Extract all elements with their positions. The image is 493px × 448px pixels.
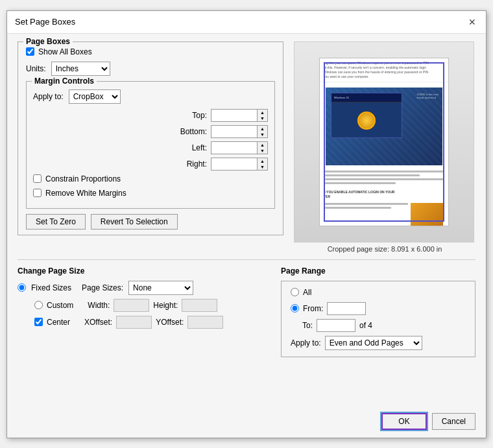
bottom-spin-up[interactable]: ▲ — [258, 126, 267, 132]
page-image-area: Windows 11 123456 is the mostsimple pass… — [326, 88, 442, 165]
bottom-spinner: 4.637 in ▲ ▼ — [211, 125, 268, 138]
page-bottom-image — [411, 203, 443, 226]
set-to-zero-button[interactable]: Set To Zero — [26, 214, 86, 230]
show-all-boxes-text: Show All Boxes — [38, 47, 92, 56]
height-input[interactable]: 0 in — [182, 299, 217, 312]
yoffset-input[interactable]: 0 in — [187, 316, 223, 329]
set-page-boxes-dialog: Set Page Boxes ✕ Page Boxes Show All Box… — [6, 10, 487, 438]
from-input[interactable]: 2 — [327, 302, 366, 315]
title-bar: Set Page Boxes ✕ — [7, 11, 486, 34]
right-field-row: Right: 0.227 in ▲ ▼ — [33, 158, 268, 171]
bottom-spin-down[interactable]: ▼ — [258, 132, 267, 137]
right-spin-down[interactable]: ▼ — [258, 164, 267, 170]
units-row: Units: Inches Centimeters Millimeters Po… — [26, 62, 275, 76]
page-screenshot-inner: Windows 11 — [331, 93, 402, 138]
top-spin-buttons: ▲ ▼ — [258, 109, 268, 122]
bline2 — [325, 207, 391, 209]
right-spin-up[interactable]: ▲ — [258, 158, 267, 164]
change-page-size-title: Change Page Size — [18, 266, 271, 276]
line1 — [325, 171, 443, 172]
xoffset-input[interactable]: 0 in — [116, 316, 152, 329]
from-radio[interactable] — [291, 304, 299, 312]
left-field-row: Left: 0.182 in ▲ ▼ — [33, 141, 268, 154]
to-row: To: 2 of 4 — [302, 319, 466, 332]
inner-icon — [357, 112, 376, 130]
dialog-footer: OK Cancel — [7, 408, 486, 438]
page-side-text: 123456 is the mostsimple password. — [416, 93, 439, 100]
center-checkbox[interactable] — [34, 318, 43, 326]
page-sizes-label: Page Sizes: — [82, 283, 123, 292]
custom-radio[interactable] — [34, 301, 43, 309]
top-field-row: Top: 0.364 in ▲ ▼ — [33, 109, 268, 122]
fixed-sizes-label: Fixed Sizes — [31, 283, 71, 292]
fixed-sizes-radio[interactable] — [18, 283, 26, 292]
margin-controls-group: Margin Controls Apply to: CropBox MediaB… — [26, 81, 275, 209]
top-spin-down[interactable]: ▼ — [258, 115, 267, 121]
top-spin-up[interactable]: ▲ — [258, 110, 267, 115]
all-radio-row: All — [291, 288, 466, 297]
cancel-button[interactable]: Cancel — [432, 413, 475, 430]
bottom-input[interactable]: 4.637 in — [211, 125, 258, 138]
left-spin-up[interactable]: ▲ — [258, 142, 267, 148]
cropped-size-label: Cropped page size: 8.091 x 6.000 in — [294, 245, 475, 253]
line2 — [325, 174, 420, 176]
from-label: From: — [303, 304, 323, 313]
constrain-proportions-checkbox[interactable] — [33, 174, 42, 183]
units-select[interactable]: Inches Centimeters Millimeters Points — [51, 62, 110, 76]
yoffset-label: YOffset: — [156, 318, 184, 327]
to-input[interactable]: 2 — [317, 319, 355, 332]
preview-page: ing this your computer, Windows requires… — [319, 58, 449, 226]
apply-to-range-select[interactable]: Even and Odd Pages Even Pages Only Odd P… — [325, 336, 422, 350]
top-input[interactable]: 0.364 in — [211, 109, 258, 122]
preview-image: ing this your computer, Windows requires… — [294, 41, 474, 242]
page-bottom-area — [320, 200, 448, 226]
show-all-boxes-checkbox[interactable] — [26, 47, 34, 56]
page-bottom-lines — [325, 203, 408, 226]
show-all-boxes-row: Show All Boxes — [26, 47, 275, 56]
width-input[interactable]: 0 in — [114, 299, 149, 312]
revert-to-selection-button[interactable]: Revert To Selection — [91, 214, 178, 230]
apply-to-row: Apply to: CropBox MediaBox BleedBox Trim… — [33, 89, 268, 104]
line3 — [325, 178, 443, 180]
actions-row: Set To Zero Revert To Selection — [26, 214, 275, 230]
left-spin-down[interactable]: ▼ — [258, 148, 267, 154]
page-boxes-group: Page Boxes Show All Boxes Units: Inches … — [18, 41, 283, 235]
from-radio-row: From: 2 — [291, 302, 466, 315]
bottom-field-row: Bottom: 4.637 in ▲ ▼ — [33, 125, 268, 138]
apply-to-range-label: Apply to: — [291, 338, 321, 348]
height-label: Height: — [153, 301, 178, 310]
remove-white-margins-checkbox[interactable] — [33, 189, 42, 197]
close-button[interactable]: ✕ — [466, 16, 478, 28]
page-range-title: Page Range — [281, 266, 475, 276]
fixed-sizes-row: Fixed Sizes Page Sizes: None Letter A4 L… — [18, 281, 271, 295]
dimensions-row: Custom Width: 0 in Height: 0 in — [34, 299, 271, 312]
page-bold-text: 3 YOU ENABLE AUTOMATIC LOGIN ON YOURTER — [320, 189, 448, 200]
left-input[interactable]: 0.182 in — [211, 141, 258, 154]
page-sizes-select[interactable]: None Letter A4 Legal — [128, 281, 193, 295]
right-label: Right: — [174, 159, 207, 169]
apply-to-select[interactable]: CropBox MediaBox BleedBox TrimBox ArtBox — [69, 89, 121, 104]
right-input[interactable]: 0.227 in — [211, 158, 258, 171]
bottom-section: Change Page Size Fixed Sizes Page Sizes:… — [18, 259, 475, 364]
top-section: Page Boxes Show All Boxes Units: Inches … — [18, 41, 475, 253]
left-spinner: 0.182 in ▲ ▼ — [211, 141, 268, 154]
ok-button[interactable]: OK — [381, 413, 426, 430]
center-label: Center — [47, 318, 70, 327]
constrain-row: Constrain Proportions — [33, 174, 268, 183]
left-panel: Page Boxes Show All Boxes Units: Inches … — [18, 41, 283, 253]
dialog-body: Page Boxes Show All Boxes Units: Inches … — [7, 34, 486, 408]
inner-content — [331, 102, 402, 139]
bottom-label: Bottom: — [174, 127, 207, 136]
right-spinner: 0.227 in ▲ ▼ — [211, 158, 268, 171]
preview-placeholder: ing this your computer, Windows requires… — [295, 42, 474, 242]
remove-white-margins-label: Remove White Margins — [45, 189, 126, 198]
right-spin-buttons: ▲ ▼ — [258, 158, 268, 171]
custom-label: Custom — [47, 301, 73, 310]
page-range-group: All From: 2 To: 2 of 4 Apply to: — [281, 281, 475, 357]
all-radio[interactable] — [291, 288, 299, 296]
top-label: Top: — [174, 111, 207, 120]
page-header-text: ing this your computer, Windows requires… — [320, 58, 448, 82]
xoffset-label: XOffset: — [84, 318, 112, 327]
line4 — [325, 182, 396, 184]
units-label: Units: — [26, 64, 46, 73]
